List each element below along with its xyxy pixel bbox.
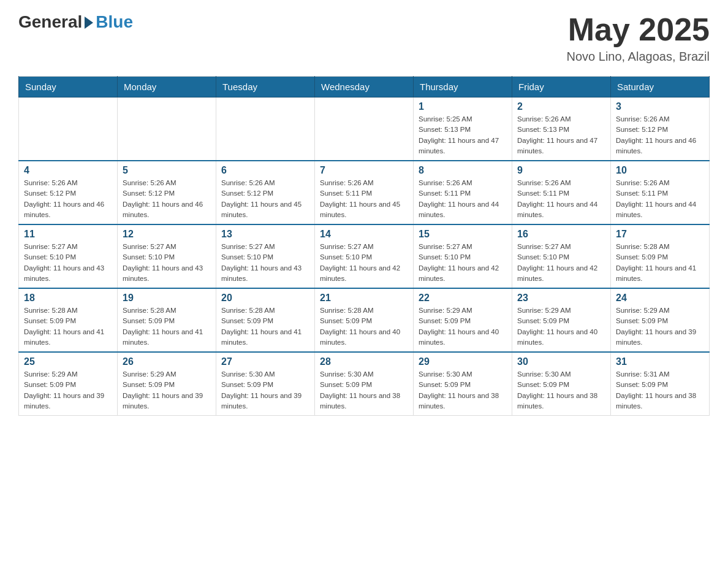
day-number: 24 (616, 293, 704, 304)
calendar-cell: 10Sunrise: 5:26 AMSunset: 5:11 PMDayligh… (611, 161, 710, 224)
day-info: Sunrise: 5:27 AMSunset: 5:10 PMDaylight:… (123, 242, 211, 284)
day-number: 6 (221, 165, 309, 176)
day-info: Sunrise: 5:28 AMSunset: 5:09 PMDaylight:… (320, 305, 408, 348)
day-info: Sunrise: 5:30 AMSunset: 5:09 PMDaylight:… (419, 369, 507, 412)
day-number: 21 (320, 293, 408, 304)
calendar-table: SundayMondayTuesdayWednesdayThursdayFrid… (18, 76, 710, 416)
header-right: May 2025 Novo Lino, Alagoas, Brazil (567, 12, 710, 64)
page-header: General Blue May 2025 Novo Lino, Alagoas… (18, 12, 710, 64)
day-number: 13 (221, 229, 309, 240)
calendar-cell: 24Sunrise: 5:29 AMSunset: 5:09 PMDayligh… (611, 288, 710, 352)
day-info: Sunrise: 5:26 AMSunset: 5:11 PMDaylight:… (320, 178, 408, 220)
day-number: 1 (419, 101, 507, 112)
calendar-cell: 18Sunrise: 5:28 AMSunset: 5:09 PMDayligh… (19, 288, 118, 352)
day-info: Sunrise: 5:26 AMSunset: 5:11 PMDaylight:… (517, 178, 605, 220)
day-info: Sunrise: 5:29 AMSunset: 5:09 PMDaylight:… (616, 305, 704, 348)
day-number: 19 (123, 293, 211, 304)
calendar-cell (216, 98, 315, 161)
calendar-cell: 2Sunrise: 5:26 AMSunset: 5:13 PMDaylight… (512, 98, 611, 161)
day-number: 4 (24, 165, 112, 176)
day-number: 23 (517, 293, 605, 304)
day-info: Sunrise: 5:26 AMSunset: 5:12 PMDaylight:… (123, 178, 211, 220)
day-info: Sunrise: 5:29 AMSunset: 5:09 PMDaylight:… (517, 305, 605, 348)
day-number: 31 (616, 356, 704, 367)
calendar-cell: 8Sunrise: 5:26 AMSunset: 5:11 PMDaylight… (414, 161, 512, 224)
calendar-cell: 14Sunrise: 5:27 AMSunset: 5:10 PMDayligh… (315, 224, 414, 288)
day-info: Sunrise: 5:28 AMSunset: 5:09 PMDaylight:… (123, 305, 211, 348)
day-info: Sunrise: 5:28 AMSunset: 5:09 PMDaylight:… (616, 242, 704, 284)
calendar-cell: 1Sunrise: 5:25 AMSunset: 5:13 PMDaylight… (414, 98, 512, 161)
day-number: 7 (320, 165, 408, 176)
calendar-week-3: 11Sunrise: 5:27 AMSunset: 5:10 PMDayligh… (19, 224, 710, 288)
day-info: Sunrise: 5:29 AMSunset: 5:09 PMDaylight:… (24, 369, 112, 412)
day-number: 8 (419, 165, 507, 176)
calendar-week-1: 1Sunrise: 5:25 AMSunset: 5:13 PMDaylight… (19, 98, 710, 161)
logo-blue-text: Blue (96, 12, 133, 32)
day-number: 15 (419, 229, 507, 240)
day-info: Sunrise: 5:30 AMSunset: 5:09 PMDaylight:… (221, 369, 309, 412)
logo-general-text: General (18, 12, 82, 32)
calendar-week-2: 4Sunrise: 5:26 AMSunset: 5:12 PMDaylight… (19, 161, 710, 224)
day-number: 30 (517, 356, 605, 367)
calendar-cell: 7Sunrise: 5:26 AMSunset: 5:11 PMDaylight… (315, 161, 414, 224)
calendar-cell: 20Sunrise: 5:28 AMSunset: 5:09 PMDayligh… (216, 288, 315, 352)
day-info: Sunrise: 5:26 AMSunset: 5:12 PMDaylight:… (221, 178, 309, 220)
calendar-cell: 21Sunrise: 5:28 AMSunset: 5:09 PMDayligh… (315, 288, 414, 352)
day-info: Sunrise: 5:26 AMSunset: 5:11 PMDaylight:… (419, 178, 507, 220)
calendar-header-saturday: Saturday (611, 77, 710, 98)
day-info: Sunrise: 5:26 AMSunset: 5:11 PMDaylight:… (616, 178, 704, 220)
day-number: 14 (320, 229, 408, 240)
calendar-cell: 25Sunrise: 5:29 AMSunset: 5:09 PMDayligh… (19, 352, 118, 416)
calendar-header-friday: Friday (512, 77, 611, 98)
day-info: Sunrise: 5:27 AMSunset: 5:10 PMDaylight:… (419, 242, 507, 284)
logo: General Blue (18, 12, 133, 32)
calendar-cell: 26Sunrise: 5:29 AMSunset: 5:09 PMDayligh… (118, 352, 216, 416)
calendar-cell: 28Sunrise: 5:30 AMSunset: 5:09 PMDayligh… (315, 352, 414, 416)
calendar-cell: 27Sunrise: 5:30 AMSunset: 5:09 PMDayligh… (216, 352, 315, 416)
month-year-title: May 2025 (567, 12, 710, 47)
day-number: 3 (616, 101, 704, 112)
day-number: 28 (320, 356, 408, 367)
day-info: Sunrise: 5:30 AMSunset: 5:09 PMDaylight:… (320, 369, 408, 412)
calendar-cell: 17Sunrise: 5:28 AMSunset: 5:09 PMDayligh… (611, 224, 710, 288)
calendar-cell: 9Sunrise: 5:26 AMSunset: 5:11 PMDaylight… (512, 161, 611, 224)
day-info: Sunrise: 5:30 AMSunset: 5:09 PMDaylight:… (517, 369, 605, 412)
calendar-header-wednesday: Wednesday (315, 77, 414, 98)
day-number: 29 (419, 356, 507, 367)
calendar-cell: 31Sunrise: 5:31 AMSunset: 5:09 PMDayligh… (611, 352, 710, 416)
calendar-cell: 23Sunrise: 5:29 AMSunset: 5:09 PMDayligh… (512, 288, 611, 352)
logo-arrow-icon (85, 17, 93, 29)
calendar-cell: 6Sunrise: 5:26 AMSunset: 5:12 PMDaylight… (216, 161, 315, 224)
calendar-cell: 29Sunrise: 5:30 AMSunset: 5:09 PMDayligh… (414, 352, 512, 416)
day-info: Sunrise: 5:28 AMSunset: 5:09 PMDaylight:… (24, 305, 112, 348)
day-info: Sunrise: 5:31 AMSunset: 5:09 PMDaylight:… (616, 369, 704, 412)
calendar-cell: 19Sunrise: 5:28 AMSunset: 5:09 PMDayligh… (118, 288, 216, 352)
day-info: Sunrise: 5:27 AMSunset: 5:10 PMDaylight:… (320, 242, 408, 284)
calendar-cell (118, 98, 216, 161)
day-number: 2 (517, 101, 605, 112)
day-number: 25 (24, 356, 112, 367)
day-info: Sunrise: 5:29 AMSunset: 5:09 PMDaylight:… (419, 305, 507, 348)
location-subtitle: Novo Lino, Alagoas, Brazil (567, 50, 710, 64)
day-info: Sunrise: 5:26 AMSunset: 5:13 PMDaylight:… (517, 114, 605, 156)
day-number: 10 (616, 165, 704, 176)
day-info: Sunrise: 5:27 AMSunset: 5:10 PMDaylight:… (517, 242, 605, 284)
day-info: Sunrise: 5:25 AMSunset: 5:13 PMDaylight:… (419, 114, 507, 156)
day-number: 22 (419, 293, 507, 304)
calendar-header-sunday: Sunday (19, 77, 118, 98)
day-info: Sunrise: 5:26 AMSunset: 5:12 PMDaylight:… (24, 178, 112, 220)
calendar-cell: 13Sunrise: 5:27 AMSunset: 5:10 PMDayligh… (216, 224, 315, 288)
calendar-cell: 30Sunrise: 5:30 AMSunset: 5:09 PMDayligh… (512, 352, 611, 416)
day-number: 26 (123, 356, 211, 367)
calendar-cell: 3Sunrise: 5:26 AMSunset: 5:12 PMDaylight… (611, 98, 710, 161)
calendar-header-thursday: Thursday (414, 77, 512, 98)
day-number: 11 (24, 229, 112, 240)
calendar-header-row: SundayMondayTuesdayWednesdayThursdayFrid… (19, 77, 710, 98)
day-number: 5 (123, 165, 211, 176)
day-number: 17 (616, 229, 704, 240)
day-number: 12 (123, 229, 211, 240)
calendar-week-5: 25Sunrise: 5:29 AMSunset: 5:09 PMDayligh… (19, 352, 710, 416)
day-number: 18 (24, 293, 112, 304)
calendar-week-4: 18Sunrise: 5:28 AMSunset: 5:09 PMDayligh… (19, 288, 710, 352)
calendar-cell: 16Sunrise: 5:27 AMSunset: 5:10 PMDayligh… (512, 224, 611, 288)
